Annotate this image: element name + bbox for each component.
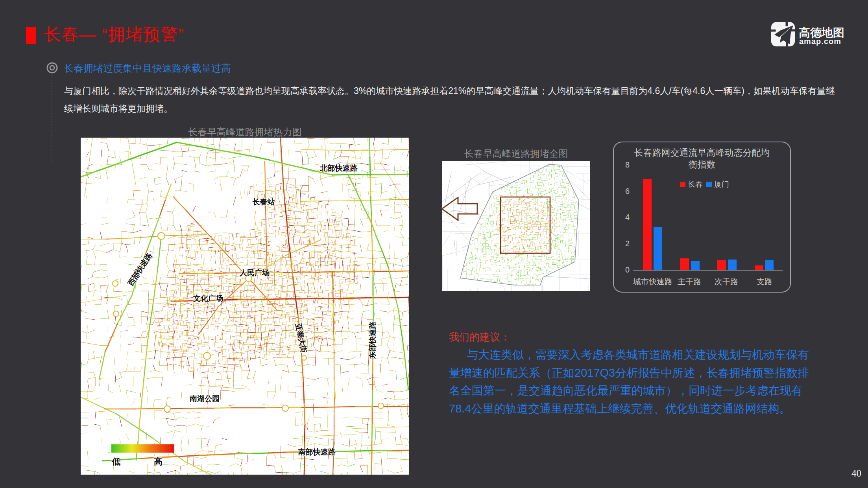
svg-text:衡指数: 衡指数	[689, 159, 716, 169]
svg-text:2: 2	[625, 239, 630, 248]
svg-text:4: 4	[625, 213, 630, 221]
svg-text:支路: 支路	[757, 277, 772, 286]
svg-text:0: 0	[625, 265, 630, 274]
svg-text:长春路网交通流早高峰动态分配均: 长春路网交通流早高峰动态分配均	[634, 147, 770, 158]
svg-text:城市快速路: 城市快速路	[633, 277, 672, 286]
svg-text:6: 6	[625, 187, 630, 195]
svg-text:8: 8	[625, 160, 630, 169]
svg-text:主干路: 主干路	[678, 277, 701, 286]
svg-text:厦门: 厦门	[714, 180, 729, 188]
svg-text:长春: 长春	[688, 180, 703, 188]
svg-text:次干路: 次干路	[715, 277, 738, 286]
